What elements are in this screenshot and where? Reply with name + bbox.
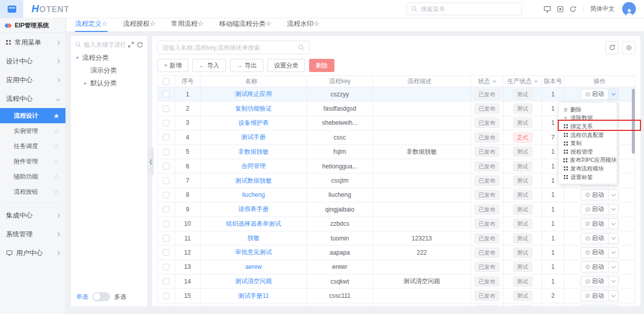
toolbar-button[interactable]: →导出 xyxy=(230,59,263,72)
tree-node[interactable]: ▾流程分类 xyxy=(71,51,147,64)
process-name-link[interactable]: aerew xyxy=(245,263,262,270)
sidebar-item[interactable]: 任务调度☆ xyxy=(0,138,65,154)
row-checkbox[interactable] xyxy=(163,235,170,241)
toolbar-button[interactable]: ←导入 xyxy=(192,59,226,72)
table-row[interactable]: 10 组织选择器表单测试 zzbdcs 已发布 测试 1 启动 xyxy=(157,217,635,231)
monitor-icon[interactable] xyxy=(544,6,551,13)
refresh-icon[interactable] xyxy=(569,6,577,13)
row-checkbox[interactable] xyxy=(163,278,170,285)
process-name-link[interactable]: 组织选择器表单测试 xyxy=(226,220,281,228)
process-name-link[interactable]: 测试终止应用 xyxy=(235,90,272,98)
start-button[interactable]: 启动 xyxy=(581,220,608,228)
process-name-link[interactable]: 请假表手册 xyxy=(239,205,269,214)
action-dropdown-button[interactable] xyxy=(608,233,618,243)
search-icon[interactable] xyxy=(298,44,304,51)
sidebar-item[interactable]: 流程按钮☆ xyxy=(0,184,65,199)
filter-caret-icon[interactable] xyxy=(534,81,538,85)
start-button[interactable]: 启动 xyxy=(581,205,608,214)
table-row[interactable]: 1 测试终止应用 cszzyy 已发布 测试 1 启动 xyxy=(157,87,635,101)
sidebar-item[interactable]: 集成中心 xyxy=(0,206,65,225)
action-dropdown-button[interactable] xyxy=(608,190,618,200)
tree-filter-input[interactable] xyxy=(84,41,125,48)
action-dropdown-button[interactable] xyxy=(608,262,618,272)
context-menu-item[interactable]: 设置标签 xyxy=(559,173,617,182)
menu-search-input[interactable] xyxy=(421,6,518,13)
filter-caret-icon[interactable] xyxy=(492,81,496,85)
process-search-input[interactable] xyxy=(162,44,295,51)
row-checkbox[interactable] xyxy=(163,106,170,112)
action-dropdown-button[interactable] xyxy=(608,276,618,287)
sidebar-item[interactable]: 设计中心 xyxy=(0,52,65,71)
row-checkbox[interactable] xyxy=(163,91,170,97)
sidebar-item[interactable]: 系统管理 xyxy=(0,225,65,243)
row-checkbox[interactable] xyxy=(163,178,170,184)
language-switcher[interactable]: 简体中文 xyxy=(590,5,615,13)
process-name-link[interactable]: 设备维护表 xyxy=(239,119,269,127)
caret-down-icon[interactable]: ▾ xyxy=(75,55,80,60)
process-name-link[interactable]: 测试手册 xyxy=(242,133,266,142)
sort-icon[interactable] xyxy=(433,78,436,85)
action-dropdown-button[interactable] xyxy=(608,248,618,258)
context-menu-item[interactable]: 授权管理 xyxy=(559,148,617,156)
start-button[interactable]: 启动 xyxy=(581,292,608,300)
action-dropdown-button[interactable] xyxy=(608,204,618,215)
context-menu-item[interactable]: ×清除数据 xyxy=(559,114,617,123)
action-dropdown-button[interactable] xyxy=(608,291,618,301)
row-checkbox[interactable] xyxy=(163,192,170,198)
start-button[interactable]: 启动 xyxy=(581,277,608,286)
table-row[interactable]: 9 请假表手册 qingjaibaio 已发布 测试 1 启动 xyxy=(157,202,635,217)
context-menu-item[interactable]: 复制 xyxy=(559,139,617,148)
expand-tree-icon[interactable] xyxy=(128,42,134,48)
collapse-tree-handle[interactable]: ❮ xyxy=(148,148,154,175)
process-name-link[interactable]: liucheng xyxy=(242,191,265,198)
table-row[interactable]: 15 测试手册11 cssc111 已发布 测试 2 启动 xyxy=(157,289,635,303)
row-checkbox[interactable] xyxy=(163,264,170,270)
table-row[interactable]: 11 脱敏 tuomin 123213 已发布 测试 1 启动 xyxy=(157,231,635,246)
tab[interactable]: 流程定义☆ xyxy=(75,19,108,31)
table-scrollbar-thumb[interactable] xyxy=(632,89,635,154)
sidebar-item[interactable]: 辅助功能☆ xyxy=(0,169,65,184)
table-row[interactable]: 16 a123fdsaf a12312331 123123 已发布 测试 1 启… xyxy=(157,303,635,306)
context-menu-item[interactable]: 删除 xyxy=(559,106,617,114)
row-checkbox[interactable] xyxy=(163,149,170,155)
sidebar-item[interactable]: 流程中心 xyxy=(0,89,65,108)
context-menu-item[interactable]: 发布到PC应用模块 xyxy=(559,156,617,165)
action-dropdown-button[interactable] xyxy=(608,89,618,99)
row-checkbox[interactable] xyxy=(163,120,170,126)
row-checkbox[interactable] xyxy=(163,134,170,141)
col-prod-status[interactable]: 生产状态 xyxy=(503,76,542,87)
table-row[interactable]: 13 aerew erewr 已发布 测试 1 启动 xyxy=(157,260,635,274)
start-button[interactable]: 启动 xyxy=(581,234,608,242)
sidebar-item[interactable]: 常用菜单 xyxy=(0,33,65,52)
col-desc[interactable]: 流程描述 xyxy=(373,76,471,87)
tree-node[interactable]: ▸默认分类 xyxy=(71,77,147,89)
sidebar-item[interactable]: 用户中心 xyxy=(0,243,65,262)
col-status[interactable]: 状态 xyxy=(471,76,503,87)
row-checkbox[interactable] xyxy=(163,221,170,227)
refresh-list-button[interactable] xyxy=(605,41,619,54)
sidebar-item[interactable]: 实例管理☆ xyxy=(0,123,65,138)
collapse-sidebar-button[interactable] xyxy=(0,0,23,18)
start-button[interactable]: 启动 xyxy=(581,306,608,306)
tab[interactable]: 流程授权☆ xyxy=(123,19,156,31)
sidebar-item[interactable]: 流程设计★ xyxy=(0,108,65,123)
tab[interactable]: 移动端流程分类☆ xyxy=(219,19,272,31)
context-menu-item-highlighted[interactable]: 绑定关系 xyxy=(559,122,617,131)
process-name-link[interactable]: 非数据脱敏 xyxy=(239,148,269,156)
start-button[interactable]: 启动 xyxy=(581,263,608,271)
sidebar-item[interactable]: 应用中心 xyxy=(0,71,65,89)
toolbar-button[interactable]: +新增 xyxy=(157,59,188,72)
caret-right-icon[interactable]: ▸ xyxy=(83,80,88,86)
delete-button[interactable]: 删除 xyxy=(309,59,334,72)
process-name-link[interactable]: 测试清空问题 xyxy=(235,277,272,286)
action-dropdown-button[interactable] xyxy=(608,305,618,306)
process-name-link[interactable]: 测试手册11 xyxy=(238,292,268,300)
settings-gear-button[interactable] xyxy=(622,41,635,54)
context-menu-item[interactable]: 发布流程模块 xyxy=(559,164,617,173)
select-all-checkbox[interactable] xyxy=(163,78,170,85)
row-checkbox[interactable] xyxy=(163,249,170,256)
start-button[interactable]: 启动 xyxy=(581,191,608,199)
start-button[interactable]: 启动 xyxy=(581,248,608,257)
col-name[interactable]: 名称 xyxy=(200,76,307,87)
fullscreen-icon[interactable] xyxy=(557,6,564,13)
